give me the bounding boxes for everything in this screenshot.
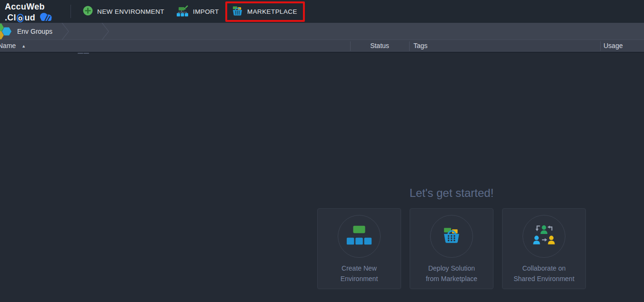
cloud-icon [38, 11, 54, 24]
env-groups-icon [0, 23, 14, 41]
column-separator [600, 41, 601, 51]
card-label-line1: Deploy Solution [426, 263, 477, 273]
chevron-separator-icon [60, 23, 70, 42]
accuweb-cloud-dashboard: AccuWeb .Cloud [0, 0, 644, 302]
collaboration-users-icon [530, 224, 558, 249]
column-separator [409, 41, 410, 51]
card-label: Create New Environment [341, 263, 378, 284]
import-button[interactable]: IMPORT [176, 0, 219, 23]
card-label-line1: Create New [341, 263, 378, 273]
logo-o-ring: o [17, 14, 24, 22]
card-label: Deploy Solution from Marketplace [426, 263, 477, 284]
icon-circle [430, 215, 473, 258]
deploy-from-marketplace-card[interactable]: Deploy Solution from Marketplace [410, 208, 493, 289]
card-label-line2: Environment [341, 273, 378, 284]
marketplace-label: MARKETPLACE [247, 8, 297, 15]
getting-started-cards: Create New Environment [317, 208, 586, 289]
environment-list-empty-area: Let's get started! [0, 54, 644, 302]
column-header-tags[interactable]: Tags [413, 40, 428, 52]
import-label: IMPORT [193, 8, 219, 15]
app-logo[interactable]: AccuWeb .Cloud [5, 2, 54, 22]
import-icon [176, 5, 189, 18]
logo-text-line1: AccuWeb [5, 2, 54, 11]
breadcrumb-bar: Env Groups [0, 23, 644, 40]
environment-table-header: Name▲ Status Tags Usage [0, 40, 644, 53]
logo-text-ud: ud [24, 13, 35, 22]
icon-circle [338, 215, 381, 258]
collaborate-shared-environment-card[interactable]: Collaborate on Shared Environment [502, 208, 586, 289]
plus-circle-icon [83, 6, 93, 17]
marketplace-basket-icon [232, 6, 243, 18]
marketplace-basket-icon [443, 227, 461, 246]
column-separator [350, 41, 351, 51]
new-environment-button[interactable]: NEW ENVIRONMENT [83, 0, 164, 23]
top-nav-bar: AccuWeb .Cloud [0, 0, 644, 23]
nav-divider [70, 5, 71, 18]
breadcrumb-env-groups[interactable]: Env Groups [17, 23, 52, 40]
column-header-status[interactable]: Status [350, 40, 409, 52]
sort-ascending-icon: ▲ [21, 44, 26, 49]
column-header-name[interactable]: Name▲ [0, 40, 26, 52]
marketplace-button[interactable]: MARKETPLACE [232, 0, 297, 23]
card-label-line1: Collaborate on [513, 263, 574, 273]
icon-circle [523, 215, 565, 258]
card-label-line2: Shared Environment [513, 273, 574, 284]
new-environment-label: NEW ENVIRONMENT [97, 8, 164, 15]
name-header-label: Name [0, 42, 16, 49]
card-label-line2: from Marketplace [426, 273, 477, 284]
logo-text-line2: .Cloud [5, 11, 54, 24]
create-new-environment-card[interactable]: Create New Environment [317, 208, 401, 289]
empty-state-title: Let's get started! [317, 186, 586, 200]
column-header-usage[interactable]: Usage [604, 40, 623, 52]
logo-text-cl: .Cl [5, 13, 16, 22]
environment-topology-icon [345, 224, 373, 249]
chevron-separator-icon [100, 23, 111, 42]
card-label: Collaborate on Shared Environment [513, 263, 574, 284]
